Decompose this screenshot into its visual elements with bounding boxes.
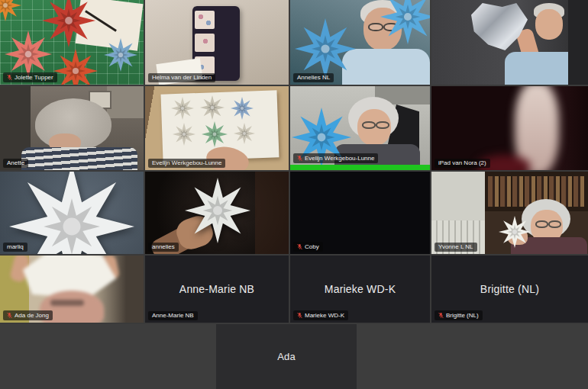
- template-star: [171, 97, 194, 120]
- name-label: marliq: [3, 243, 27, 252]
- muted-mic-icon: [297, 155, 302, 162]
- green-bar: [290, 165, 430, 170]
- muted-mic-icon: [297, 312, 302, 319]
- template-star: [231, 97, 254, 120]
- video-tile-annelies-nl[interactable]: Annelies NL: [290, 0, 430, 85]
- name-label: Ada de Jong: [3, 310, 53, 320]
- name-label: annelies: [148, 243, 179, 252]
- participant-name: Jolette Tupper: [15, 75, 53, 81]
- glasses: [362, 121, 376, 129]
- participant-name: Anne-Marie NB: [152, 313, 194, 319]
- muted-mic-icon: [7, 312, 12, 319]
- shadow: [255, 172, 289, 254]
- wall-shadow: [568, 0, 588, 85]
- origami-star: [295, 18, 356, 79]
- origami-star: [9, 172, 134, 254]
- name-label: iPad van Nora (2): [435, 159, 490, 168]
- drawer-front: [195, 34, 215, 52]
- video-tile-evelijn-paper[interactable]: Evelijn Werkgebou-Lunne: [145, 86, 289, 170]
- participant-name: Coby: [305, 244, 319, 250]
- name-label: Evelijn Werkgebou-Lunne: [293, 153, 378, 163]
- origami-star: [53, 49, 98, 85]
- template-star: [200, 95, 225, 120]
- wall: [107, 86, 144, 118]
- template-star: [234, 123, 255, 144]
- blurred-content: [431, 86, 588, 170]
- striped-shirt: [21, 147, 137, 170]
- origami-star: [380, 0, 430, 44]
- video-call-gallery: Jolette Tupper Helma van der Linden Anne…: [0, 0, 588, 389]
- origami-star: [0, 0, 21, 21]
- name-label: Jolette Tupper: [3, 72, 57, 82]
- muted-mic-icon: [7, 74, 12, 81]
- name-label: Annelies NL: [293, 73, 334, 82]
- participant-name: Yvonne L NL: [438, 244, 473, 250]
- participant-name: Helma van der Linden: [152, 75, 212, 81]
- participant-name: Marieke WD-K: [305, 313, 344, 319]
- muted-mic-icon: [297, 243, 302, 250]
- video-tile-annelies[interactable]: annelies: [145, 172, 289, 254]
- name-label: Brigitte (NL): [435, 310, 483, 320]
- template-star: [202, 121, 228, 147]
- participant-name: Evelijn Werkgebou-Lunne: [152, 160, 221, 166]
- participant-name: iPad van Nora (2): [438, 160, 486, 166]
- participant-name: annelies: [152, 244, 175, 250]
- participant-name: Evelijn Werkgebou-Lunne: [305, 156, 374, 162]
- muted-mic-icon: [438, 312, 444, 319]
- name-label: Helma van der Linden: [148, 73, 215, 82]
- video-tile-marliq[interactable]: marliq: [0, 172, 144, 254]
- participant-name: Anette: [7, 160, 24, 166]
- participant-name: marliq: [7, 244, 24, 250]
- video-tile-foil[interactable]: [431, 0, 588, 85]
- video-tile-brigitte[interactable]: Brigitte (NL) Brigitte (NL): [431, 256, 588, 323]
- participant-name: Ada de Jong: [15, 313, 49, 319]
- video-tile-anne-marie[interactable]: Anne-Marie NB Anne-Marie NB: [145, 256, 289, 323]
- drawer-front: [195, 11, 215, 29]
- origami-star: [185, 178, 250, 243]
- video-tile-ipad-nora[interactable]: iPad van Nora (2): [431, 86, 588, 170]
- glasses: [548, 220, 561, 228]
- person-face: [535, 9, 563, 40]
- glasses: [50, 300, 84, 306]
- display-name: Ada: [216, 324, 357, 389]
- participant-name: Annelies NL: [297, 75, 330, 81]
- video-tile-ada[interactable]: Ada: [216, 324, 357, 389]
- origami-star: [499, 216, 531, 248]
- video-tile-anette[interactable]: Anette: [0, 86, 144, 170]
- participant-name: Brigitte (NL): [446, 313, 479, 319]
- name-label: Yvonne L NL: [435, 243, 477, 252]
- template-star: [173, 123, 195, 146]
- video-tile-yvonne[interactable]: Yvonne L NL: [431, 172, 588, 254]
- video-tile-evelijn-cam[interactable]: Evelijn Werkgebou-Lunne: [290, 86, 430, 170]
- glasses: [376, 121, 389, 129]
- video-tile-ada-de-jong[interactable]: Ada de Jong: [0, 256, 144, 323]
- video-tile-jolette[interactable]: Jolette Tupper: [0, 0, 144, 85]
- video-tile-coby[interactable]: Coby: [290, 172, 430, 254]
- name-label: Evelijn Werkgebou-Lunne: [148, 159, 225, 168]
- video-tile-marieke[interactable]: Marieke WD-K Marieke WD-K: [290, 256, 430, 323]
- glasses: [535, 220, 548, 228]
- origami-star: [5, 31, 52, 78]
- name-label: Coby: [293, 242, 323, 252]
- name-label: Marieke WD-K: [293, 310, 348, 320]
- origami-star: [104, 38, 137, 72]
- name-label: Anette: [3, 159, 28, 168]
- video-tile-helma[interactable]: Helma van der Linden: [145, 0, 289, 85]
- name-label: Anne-Marie NB: [148, 311, 198, 320]
